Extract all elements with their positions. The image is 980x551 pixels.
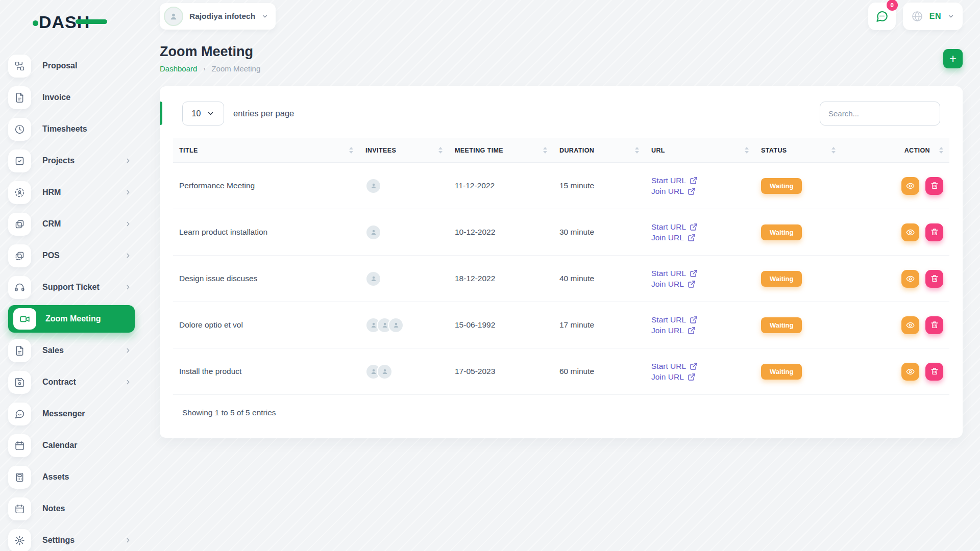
invitee-avatar bbox=[365, 224, 381, 240]
start-url-link[interactable]: Start URL bbox=[651, 362, 698, 371]
messages-badge: 0 bbox=[887, 0, 898, 11]
delete-button[interactable] bbox=[925, 223, 943, 241]
sidebar-item-zoom-meeting[interactable]: Zoom Meeting bbox=[8, 305, 135, 333]
sidebar-item-label: Messenger bbox=[42, 409, 85, 418]
cell-meeting-time: 15-06-1992 bbox=[449, 302, 553, 348]
company-selector[interactable]: Rajodiya infotech bbox=[160, 3, 276, 30]
delete-button[interactable] bbox=[925, 177, 943, 195]
sort-icon[interactable] bbox=[344, 147, 353, 154]
join-url-link[interactable]: Join URL bbox=[651, 326, 696, 335]
table-header-row: Title Invitees Meeting Time Duration Url… bbox=[173, 138, 949, 163]
view-button[interactable] bbox=[901, 316, 919, 334]
view-button[interactable] bbox=[901, 270, 919, 288]
main-content: Rajodiya infotech 0 EN Zoom Meeting bbox=[143, 0, 980, 551]
external-link-icon bbox=[688, 187, 696, 195]
column-header-title[interactable]: Title bbox=[173, 138, 359, 162]
column-header-action[interactable]: Action bbox=[842, 138, 949, 162]
floppy-disk-icon bbox=[8, 371, 31, 394]
sidebar-item-invoice[interactable]: Invoice bbox=[0, 82, 143, 113]
sort-icon[interactable] bbox=[740, 147, 749, 154]
cell-status: Waiting bbox=[755, 302, 842, 348]
view-button[interactable] bbox=[901, 363, 919, 381]
cell-duration: 30 minute bbox=[553, 209, 645, 255]
cell-meeting-time: 11-12-2022 bbox=[449, 163, 553, 209]
cell-action bbox=[842, 348, 949, 394]
sidebar-item-projects[interactable]: Projects bbox=[0, 145, 143, 177]
entries-per-page-select[interactable]: 10 bbox=[182, 102, 224, 126]
topbar-right: 0 EN bbox=[868, 3, 963, 30]
language-selector[interactable]: EN bbox=[903, 3, 963, 30]
column-header-url[interactable]: Url bbox=[645, 138, 755, 162]
cell-status: Waiting bbox=[755, 163, 842, 209]
sidebar-item-contract[interactable]: Contract bbox=[0, 366, 143, 398]
sort-icon[interactable] bbox=[538, 147, 547, 154]
start-url-link[interactable]: Start URL bbox=[651, 315, 698, 324]
calculator-icon bbox=[8, 466, 31, 489]
table-row: Dolore optio et vol 15-06-1992 17 minute… bbox=[173, 302, 949, 348]
breadcrumb-dashboard-link[interactable]: Dashboard bbox=[160, 64, 197, 73]
external-link-icon bbox=[688, 234, 696, 242]
view-button[interactable] bbox=[901, 177, 919, 195]
add-meeting-button[interactable]: + bbox=[943, 49, 963, 68]
join-url-link[interactable]: Join URL bbox=[651, 233, 696, 242]
join-url-link[interactable]: Join URL bbox=[651, 372, 696, 382]
cell-action bbox=[842, 209, 949, 255]
page-header: Zoom Meeting Dashboard › Zoom Meeting + bbox=[160, 44, 963, 73]
sidebar-item-label: Proposal bbox=[42, 61, 77, 70]
chevron-right-icon bbox=[125, 347, 132, 354]
cell-url: Start URL Join URL bbox=[645, 302, 755, 348]
sidebar-item-pos[interactable]: POS bbox=[0, 240, 143, 271]
start-url-link[interactable]: Start URL bbox=[651, 176, 698, 185]
column-header-invitees[interactable]: Invitees bbox=[359, 138, 449, 162]
cell-invitees bbox=[359, 256, 449, 302]
start-url-link[interactable]: Start URL bbox=[651, 222, 698, 232]
headset-icon bbox=[8, 276, 31, 299]
status-badge: Waiting bbox=[761, 271, 802, 287]
status-badge: Waiting bbox=[761, 364, 802, 380]
external-link-icon bbox=[688, 280, 696, 288]
sidebar-item-crm[interactable]: CRM bbox=[0, 208, 143, 240]
delete-button[interactable] bbox=[925, 270, 943, 288]
column-header-meeting-time[interactable]: Meeting Time bbox=[449, 138, 553, 162]
sidebar-item-calendar[interactable]: Calendar bbox=[0, 430, 143, 461]
meetings-card: 10 entries per page Title Invitees Meeti… bbox=[160, 86, 963, 438]
crm-icon bbox=[8, 213, 31, 236]
breadcrumb-current: Zoom Meeting bbox=[211, 64, 260, 73]
start-url-link[interactable]: Start URL bbox=[651, 269, 698, 278]
sidebar-item-sales[interactable]: Sales bbox=[0, 335, 143, 366]
column-header-status[interactable]: Status bbox=[755, 138, 842, 162]
sidebar-item-hrm[interactable]: HRM bbox=[0, 177, 143, 208]
cell-invitees bbox=[359, 348, 449, 394]
delete-button[interactable] bbox=[925, 363, 943, 381]
cell-duration: 17 minute bbox=[553, 302, 645, 348]
pos-icon bbox=[8, 244, 31, 267]
sidebar-item-proposal[interactable]: Proposal bbox=[0, 50, 143, 82]
sort-icon[interactable] bbox=[934, 147, 943, 154]
sort-icon[interactable] bbox=[826, 147, 836, 154]
sidebar-item-assets[interactable]: Assets bbox=[0, 461, 143, 493]
sidebar-item-support-ticket[interactable]: Support Ticket bbox=[0, 271, 143, 303]
table-row: Install the product 17-05-2023 60 minute… bbox=[173, 348, 949, 395]
cell-url: Start URL Join URL bbox=[645, 163, 755, 209]
sort-icon[interactable] bbox=[630, 147, 639, 154]
sidebar-item-notes[interactable]: Notes bbox=[0, 493, 143, 524]
messages-button[interactable]: 0 bbox=[868, 3, 896, 30]
table-row: Learn product installation 10-12-2022 30… bbox=[173, 209, 949, 256]
search-input[interactable] bbox=[820, 102, 940, 126]
view-button[interactable] bbox=[901, 223, 919, 241]
sidebar-item-label: Calendar bbox=[42, 441, 77, 450]
join-url-link[interactable]: Join URL bbox=[651, 280, 696, 289]
sort-icon[interactable] bbox=[433, 147, 443, 154]
sidebar-item-messenger[interactable]: Messenger bbox=[0, 398, 143, 430]
chevron-down-icon bbox=[261, 13, 268, 20]
sidebar-nav: Proposal Invoice Timesheets Projects bbox=[0, 50, 143, 551]
cell-url: Start URL Join URL bbox=[645, 348, 755, 394]
column-header-duration[interactable]: Duration bbox=[553, 138, 645, 162]
sidebar-item-timesheets[interactable]: Timesheets bbox=[0, 113, 143, 145]
table-controls: 10 entries per page bbox=[182, 102, 940, 126]
invitee-avatars bbox=[365, 224, 381, 240]
sidebar-item-settings[interactable]: Settings bbox=[0, 524, 143, 551]
chat-bubble-icon bbox=[8, 403, 31, 425]
join-url-link[interactable]: Join URL bbox=[651, 187, 696, 196]
delete-button[interactable] bbox=[925, 316, 943, 334]
